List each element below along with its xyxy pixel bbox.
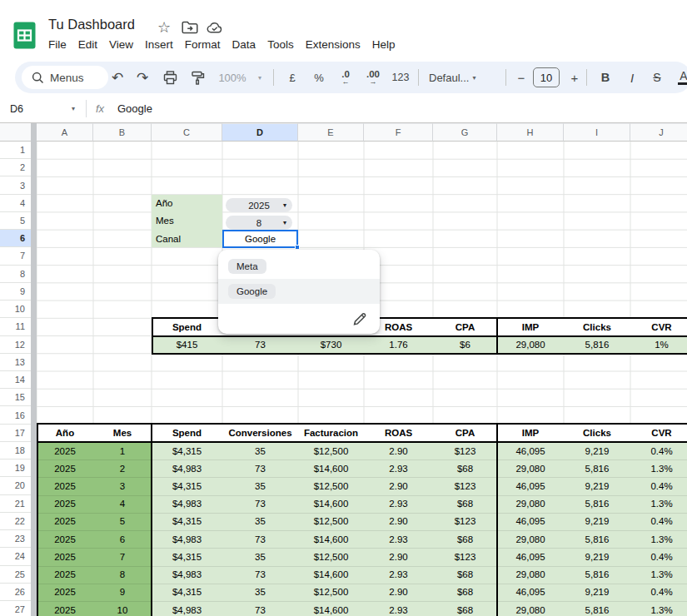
main-cell-r18-B[interactable]: 1 — [93, 442, 152, 460]
menu-tools[interactable]: Tools — [261, 36, 300, 54]
main-cell-r21-G[interactable]: $68 — [433, 495, 497, 513]
formula-input[interactable]: Google — [117, 95, 152, 122]
summary-value[interactable]: 1.76 — [364, 336, 433, 354]
column-header-F[interactable]: F — [364, 123, 433, 142]
main-cell-r27-F[interactable]: 2.93 — [364, 601, 433, 616]
main-header-mes[interactable]: Mes — [93, 425, 152, 442]
row-header-10[interactable]: 10 — [0, 301, 31, 318]
menu-data[interactable]: Data — [227, 36, 262, 54]
summary-value[interactable]: 1% — [630, 336, 687, 354]
main-cell-r21-D[interactable]: 73 — [222, 495, 298, 513]
main-cell-r25-G[interactable]: $68 — [433, 566, 497, 584]
main-cell-r24-C[interactable]: $4,315 — [152, 548, 222, 565]
year-dropdown[interactable]: 2025 ▾ — [226, 198, 292, 212]
main-cell-r26-C[interactable]: $4,315 — [152, 584, 222, 601]
main-cell-r23-B[interactable]: 6 — [93, 530, 152, 548]
main-cell-r24-G[interactable]: $123 — [433, 548, 497, 565]
menus-search[interactable]: Menus — [22, 66, 108, 89]
main-cell-r20-I[interactable]: 9,219 — [564, 477, 630, 494]
main-cell-r23-F[interactable]: 2.93 — [364, 530, 433, 548]
paint-format-button[interactable] — [189, 62, 206, 93]
menu-format[interactable]: Format — [179, 36, 227, 54]
row-header-6[interactable]: 6 — [0, 230, 31, 247]
row-header-1[interactable]: 1 — [0, 142, 31, 159]
main-header-roas[interactable]: ROAS — [364, 425, 433, 442]
row-header-27[interactable]: 27 — [0, 601, 31, 616]
main-cell-r23-D[interactable]: 73 — [222, 530, 298, 548]
active-cell-d6[interactable]: Google — [222, 230, 298, 248]
main-cell-r24-H[interactable]: 46,095 — [497, 548, 564, 565]
column-header-D[interactable]: D — [222, 123, 298, 142]
column-header-H[interactable]: H — [497, 123, 564, 142]
dropdown-option-meta[interactable]: Meta — [218, 254, 380, 279]
main-header-cpa[interactable]: CPA — [433, 425, 497, 442]
star-icon[interactable]: ☆ — [156, 19, 172, 36]
summary-header-cvr[interactable]: CVR — [630, 318, 687, 335]
main-cell-r24-J[interactable]: 0.4% — [630, 548, 687, 565]
main-cell-r25-H[interactable]: 29,080 — [497, 566, 564, 584]
main-cell-r18-H[interactable]: 46,095 — [497, 442, 564, 460]
main-cell-r20-D[interactable]: 35 — [222, 477, 298, 494]
row-header-7[interactable]: 7 — [0, 247, 31, 265]
main-cell-r27-A[interactable]: 2025 — [37, 601, 93, 616]
summary-header-cpa[interactable]: CPA — [433, 318, 497, 335]
menu-view[interactable]: View — [103, 36, 139, 54]
main-cell-r19-A[interactable]: 2025 — [37, 460, 93, 477]
main-header-facturacion[interactable]: Facturacion — [298, 425, 364, 442]
main-cell-r21-C[interactable]: $4,983 — [152, 495, 222, 513]
summary-value[interactable]: 73 — [222, 336, 298, 354]
column-header-A[interactable]: A — [37, 123, 93, 142]
main-header-año[interactable]: Año — [37, 425, 93, 442]
main-header-conversiones[interactable]: Conversiones — [222, 425, 298, 442]
italic-button[interactable]: I — [625, 62, 640, 93]
main-cell-r23-E[interactable]: $14,600 — [298, 530, 364, 548]
main-cell-r22-A[interactable]: 2025 — [37, 513, 93, 530]
main-cell-r19-H[interactable]: 29,080 — [497, 460, 564, 477]
main-header-clicks[interactable]: Clicks — [564, 425, 630, 442]
currency-format-button[interactable]: £ — [286, 62, 299, 93]
main-cell-r25-D[interactable]: 73 — [222, 566, 298, 584]
decrease-decimal-button[interactable]: .0 ← — [336, 62, 355, 93]
row-header-5[interactable]: 5 — [0, 212, 31, 230]
column-header-G[interactable]: G — [433, 123, 497, 142]
main-header-imp[interactable]: IMP — [497, 425, 564, 442]
main-cell-r19-F[interactable]: 2.93 — [364, 460, 433, 477]
redo-button[interactable]: ↷ — [134, 62, 151, 93]
main-cell-r22-H[interactable]: 46,095 — [497, 513, 564, 530]
main-cell-r20-F[interactable]: 2.90 — [364, 477, 433, 494]
main-cell-r21-E[interactable]: $14,600 — [298, 495, 364, 513]
menu-file[interactable]: File — [42, 36, 72, 54]
main-cell-r18-J[interactable]: 0.4% — [630, 442, 687, 460]
main-cell-r26-H[interactable]: 46,095 — [497, 584, 564, 601]
print-button[interactable] — [162, 62, 178, 93]
main-cell-r27-H[interactable]: 29,080 — [497, 601, 564, 616]
menu-extensions[interactable]: Extensions — [300, 36, 366, 54]
percent-format-button[interactable]: % — [312, 62, 326, 93]
cell-year-label[interactable]: Año — [156, 195, 221, 212]
row-header-3[interactable]: 3 — [0, 176, 31, 194]
row-header-9[interactable]: 9 — [0, 283, 31, 301]
row-header-18[interactable]: 18 — [0, 442, 31, 460]
main-cell-r25-A[interactable]: 2025 — [37, 566, 93, 584]
main-cell-r21-B[interactable]: 4 — [93, 495, 152, 513]
main-cell-r22-I[interactable]: 9,219 — [564, 513, 630, 530]
main-cell-r18-C[interactable]: $4,315 — [152, 442, 222, 460]
main-cell-r24-F[interactable]: 2.90 — [364, 548, 433, 565]
main-cell-r24-A[interactable]: 2025 — [37, 548, 93, 565]
main-cell-r23-J[interactable]: 1.3% — [630, 530, 687, 548]
column-header-J[interactable]: J — [630, 123, 687, 142]
main-cell-r20-B[interactable]: 3 — [93, 477, 152, 494]
main-cell-r21-A[interactable]: 2025 — [37, 495, 93, 513]
main-header-spend[interactable]: Spend — [152, 425, 222, 442]
main-cell-r25-I[interactable]: 5,816 — [564, 566, 630, 584]
main-cell-r27-G[interactable]: $68 — [433, 601, 497, 616]
main-cell-r25-J[interactable]: 1.3% — [630, 566, 687, 584]
summary-value[interactable]: 5,816 — [564, 336, 630, 354]
main-cell-r26-F[interactable]: 2.90 — [364, 584, 433, 601]
edit-pencil-icon[interactable] — [351, 310, 367, 326]
text-color-button[interactable]: A — [676, 62, 687, 93]
number-format-button[interactable]: 123 — [390, 62, 411, 93]
main-cell-r18-I[interactable]: 9,219 — [564, 442, 630, 460]
main-cell-r20-C[interactable]: $4,315 — [152, 477, 222, 494]
main-cell-r26-I[interactable]: 9,219 — [564, 584, 630, 601]
